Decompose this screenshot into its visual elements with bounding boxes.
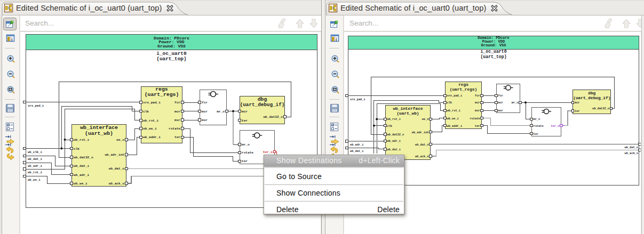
svg-text:wb_rst_i: wb_rst_i xyxy=(143,119,159,123)
svg-text:wb_interface: wb_interface xyxy=(393,107,423,111)
svg-text:wb_we_i: wb_we_i xyxy=(28,178,41,182)
svg-text:ter: ter xyxy=(575,110,580,113)
svg-text:ter: ter xyxy=(475,125,480,128)
svg-text:wb_ack_o: wb_ack_o xyxy=(415,155,428,158)
svg-text:wb_adr_int: wb_adr_int xyxy=(412,131,429,134)
svg-text:wb_dat_o: wb_dat_o xyxy=(415,143,428,147)
svg-text:clk: clk xyxy=(447,101,452,104)
svg-text:wb_adr_i: wb_adr_i xyxy=(350,143,363,147)
svg-text:wb_clk_i: wb_clk_i xyxy=(28,150,42,154)
svg-text:srx_pad_i: srx_pad_i xyxy=(447,94,463,98)
svg-text:clk: clk xyxy=(143,110,149,114)
svg-text:wb_we_i: wb_we_i xyxy=(447,117,459,120)
svg-text:wb_addr_i: wb_addr_i xyxy=(447,125,463,128)
svg-text:msr: msr xyxy=(202,118,208,122)
svg-text:we_o: we_o xyxy=(116,138,124,142)
svg-text:wb_dat_i: wb_dat_i xyxy=(350,150,363,153)
svg-text:mcr: mcr xyxy=(174,110,180,114)
svg-text:wb_dat32_o: wb_dat32_o xyxy=(387,133,404,136)
svg-text:wb_adr_i: wb_adr_i xyxy=(74,173,90,177)
svg-text:(uart_wb): (uart_wb) xyxy=(396,111,419,116)
svg-text:wb_we_i: wb_we_i xyxy=(74,182,88,185)
svg-text:msr: msr xyxy=(475,109,480,112)
svg-text:wb_dat_i: wb_dat_i xyxy=(387,148,401,151)
svg-text:mcr: mcr xyxy=(202,110,208,114)
svg-text:mr_o: mr_o xyxy=(242,143,250,147)
svg-text:mr_o: mr_o xyxy=(512,101,519,104)
svg-text:wb_adr_i: wb_adr_i xyxy=(387,140,401,143)
svg-text:mr_o: mr_o xyxy=(534,118,540,121)
svg-text:fcr: fcr xyxy=(202,101,208,104)
svg-text:(uart_debug_if): (uart_debug_if) xyxy=(573,96,610,100)
svg-text:wb_ack_o: wb_ack_o xyxy=(109,182,125,185)
svg-text:wb_dat32_o: wb_dat32_o xyxy=(592,107,609,110)
svg-text:mcr: mcr xyxy=(242,110,248,114)
svg-text:ter: ter xyxy=(242,119,248,123)
svg-text:wb_dat32_o: wb_dat32_o xyxy=(263,115,283,119)
svg-text:wb_dat32_o: wb_dat32_o xyxy=(74,156,93,159)
svg-text:ter_o: ter_o xyxy=(551,125,560,128)
svg-text:Edited Schematic of i_oc_uart0: Edited Schematic of i_oc_uart0 (uart_top… xyxy=(16,4,162,12)
svg-text:srx_pad_i: srx_pad_i xyxy=(28,104,44,108)
svg-text:wb_ack_o: wb_ack_o xyxy=(625,152,638,155)
svg-text:we_o: we_o xyxy=(422,118,429,121)
svg-text:dbg: dbg xyxy=(588,91,595,95)
svg-text:rstate: rstate xyxy=(169,127,180,131)
svg-text:wb_dat_o: wb_dat_o xyxy=(625,146,638,149)
svg-text:mr_o: mr_o xyxy=(217,110,225,114)
svg-text:wb_rst_i: wb_rst_i xyxy=(74,138,90,142)
svg-text:i_oc_uart0: i_oc_uart0 xyxy=(480,49,506,54)
svg-text:(uart_top): (uart_top) xyxy=(156,56,186,62)
svg-text:wb_adr_int: wb_adr_int xyxy=(105,153,124,157)
svg-text:fcr: fcr xyxy=(498,94,504,98)
svg-text:regs: regs xyxy=(458,83,468,87)
svg-text:wb_dat_i: wb_dat_i xyxy=(74,164,90,168)
svg-text:ter: ter xyxy=(242,159,248,163)
svg-text:rstate: rstate xyxy=(534,125,544,128)
svg-text:(uart_debug_if): (uart_debug_if) xyxy=(240,102,285,108)
svg-text:wb_dat_i: wb_dat_i xyxy=(28,157,42,161)
svg-text:fcr: fcr xyxy=(475,94,480,98)
svg-text:ter: ter xyxy=(174,135,180,139)
svg-text:wb_rst_i: wb_rst_i xyxy=(28,171,42,174)
svg-text:wb_we_i: wb_we_i xyxy=(143,127,157,131)
svg-text:clk: clk xyxy=(74,147,79,151)
svg-text:srx_pad_i: srx_pad_i xyxy=(143,101,161,104)
svg-text:mcr: mcr xyxy=(575,101,580,104)
svg-text:(uart_regs): (uart_regs) xyxy=(145,92,179,98)
svg-text:wb_rst_i: wb_rst_i xyxy=(387,118,401,121)
svg-text:rstate: rstate xyxy=(470,117,480,120)
svg-text:clk: clk xyxy=(387,125,393,128)
svg-text:wb_dat_o: wb_dat_o xyxy=(109,167,125,171)
svg-text:i: i xyxy=(11,37,13,42)
svg-text:msr: msr xyxy=(498,109,504,112)
svg-text:(uart_wb): (uart_wb) xyxy=(85,131,113,136)
svg-text:mcr: mcr xyxy=(475,101,480,104)
svg-text:Edited Schematic of i_oc_uart0: Edited Schematic of i_oc_uart0 (uart_top… xyxy=(340,4,486,12)
svg-text:msr: msr xyxy=(174,118,180,122)
svg-text:wb_adr_i: wb_adr_i xyxy=(28,164,42,168)
svg-text:(uart_regs): (uart_regs) xyxy=(450,87,477,92)
svg-text:(uart_top): (uart_top) xyxy=(480,54,506,59)
svg-text:ter: ter xyxy=(534,133,539,136)
svg-text:Ground: VSS: Ground: VSS xyxy=(157,44,186,49)
svg-text:srx_pad_i: srx_pad_i xyxy=(350,98,365,101)
svg-text:rstate: rstate xyxy=(242,151,253,155)
svg-text:mcr: mcr xyxy=(498,101,504,104)
svg-text:ter_o: ter_o xyxy=(263,150,273,154)
svg-text:fcr: fcr xyxy=(174,101,180,104)
svg-text:wb_addr_i: wb_addr_i xyxy=(143,135,161,139)
svg-text:Ground: VSS: Ground: VSS xyxy=(481,43,507,47)
svg-text:wb_rst_i: wb_rst_i xyxy=(447,109,460,112)
